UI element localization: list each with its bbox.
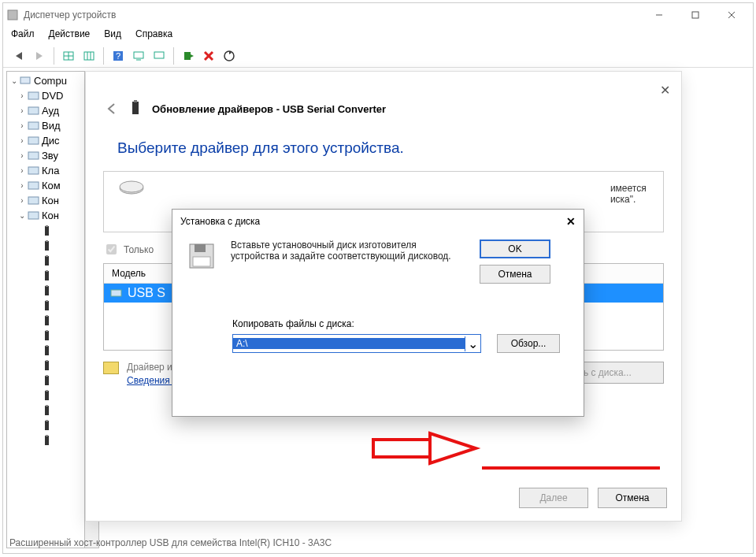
pc-icon [28, 180, 42, 191]
usb-icon [42, 360, 56, 371]
svg-rect-32 [28, 197, 39, 204]
tree-item[interactable]: ›Ауд [7, 103, 84, 118]
collapse-icon[interactable]: ⌄ [9, 76, 20, 85]
expand-icon[interactable]: › [17, 151, 28, 160]
collapse-icon[interactable]: ⌄ [17, 211, 28, 220]
menubar: Файл Действие Вид Справка [3, 27, 753, 44]
wizard-close-button[interactable]: ✕ [660, 83, 670, 98]
ok-button[interactable]: OK [480, 240, 550, 258]
modal-text: Вставьте установочный диск изготовителя … [231, 240, 467, 262]
expand-icon[interactable]: › [17, 196, 28, 205]
tree-item[interactable]: ›Кон [7, 193, 84, 208]
monitor-icon[interactable] [129, 46, 148, 65]
grid-icon[interactable] [59, 46, 78, 65]
tree-item[interactable]: ⌄Кон [7, 208, 84, 223]
svg-marker-5 [16, 52, 22, 60]
certificate-icon [103, 362, 119, 374]
install-icon[interactable] [179, 46, 198, 65]
tree-leaf[interactable] [7, 433, 84, 447]
svg-rect-25 [28, 92, 39, 99]
tree-root-label: Compu [34, 75, 67, 87]
svg-rect-29 [28, 152, 39, 159]
svg-text:?: ? [116, 51, 120, 61]
tree-leaf[interactable] [7, 298, 84, 313]
tree-leaf[interactable] [7, 418, 84, 433]
tree-leaf[interactable] [7, 283, 84, 298]
svg-rect-71 [193, 257, 210, 266]
expand-icon[interactable]: › [17, 106, 28, 115]
usb-icon [42, 420, 56, 431]
svg-marker-19 [191, 54, 194, 58]
tree-leaf[interactable] [7, 268, 84, 283]
tree-item[interactable]: ›Дис [7, 133, 84, 148]
tree-item[interactable]: ›DVD [7, 88, 84, 103]
menu-help[interactable]: Справка [135, 28, 172, 43]
svg-rect-24 [20, 77, 30, 84]
expand-icon[interactable]: › [17, 136, 28, 145]
tree-item[interactable]: ›Ком [7, 178, 84, 193]
svg-rect-56 [45, 391, 49, 400]
tree-leaf[interactable] [7, 328, 84, 343]
svg-rect-51 [46, 345, 48, 347]
help-icon[interactable]: ? [109, 46, 128, 65]
monitor2-icon[interactable] [150, 46, 169, 65]
computer-icon [20, 76, 34, 87]
expand-icon[interactable]: › [17, 166, 28, 175]
forward-button[interactable] [30, 46, 49, 65]
svg-rect-62 [45, 436, 49, 445]
display-icon [28, 121, 42, 132]
maximize-button[interactable] [677, 3, 713, 27]
menu-action[interactable]: Действие [49, 28, 91, 43]
tree-leaf[interactable] [7, 388, 84, 403]
tree-leaf[interactable] [7, 313, 84, 328]
tree-item[interactable]: ›Вид [7, 118, 84, 133]
compatible-only-checkbox[interactable] [106, 244, 117, 254]
tree-leaf[interactable] [7, 253, 84, 268]
menu-file[interactable]: Файл [11, 28, 35, 43]
svg-rect-0 [8, 10, 17, 20]
expand-icon[interactable]: › [17, 121, 28, 130]
modal-close-button[interactable]: ✕ [566, 215, 576, 228]
cancel-button[interactable]: Отмена [598, 488, 667, 508]
delete-icon[interactable] [199, 46, 218, 65]
back-arrow-icon[interactable] [105, 102, 119, 116]
checkbox-label: Только [124, 244, 154, 255]
window-title: Диспетчер устройств [24, 9, 116, 20]
svg-rect-68 [111, 290, 121, 296]
close-button[interactable] [713, 3, 750, 27]
tree-leaf[interactable] [7, 373, 84, 388]
menu-view[interactable]: Вид [104, 28, 121, 43]
tree-item-label: Дис [42, 135, 60, 147]
grid2-icon[interactable] [80, 46, 98, 65]
dropdown-icon[interactable]: ⌄ [465, 336, 480, 351]
next-button[interactable]: Далее [519, 488, 588, 508]
expand-icon[interactable]: › [17, 91, 28, 100]
usb-icon [42, 225, 56, 236]
tree-leaf[interactable] [7, 343, 84, 358]
browse-button[interactable]: Обзор... [497, 334, 560, 353]
svg-rect-2 [692, 12, 699, 18]
svg-rect-70 [195, 244, 206, 252]
tree-leaf[interactable] [7, 403, 84, 418]
modal-title: Установка с диска [180, 216, 260, 227]
svg-rect-59 [46, 405, 48, 407]
minimize-button[interactable] [641, 3, 677, 27]
modal-cancel-button[interactable]: Отмена [480, 265, 550, 284]
svg-rect-10 [84, 52, 94, 60]
tree-item[interactable]: ›Зву [7, 148, 84, 163]
svg-rect-30 [28, 167, 39, 174]
usb-icon [42, 375, 56, 386]
tree-item[interactable]: ›Кла [7, 163, 84, 178]
device-tree[interactable]: ⌄ Compu ›DVD›Ауд›Вид›Дис›Зву›Кла›Ком›Кон… [6, 71, 85, 548]
tree-leaf[interactable] [7, 238, 84, 253]
tree-leaf[interactable] [7, 358, 84, 373]
usb-icon [28, 210, 42, 221]
svg-rect-45 [46, 300, 48, 302]
back-button[interactable] [9, 46, 28, 65]
refresh-icon[interactable] [220, 46, 239, 65]
expand-icon[interactable]: › [17, 181, 28, 190]
path-combobox[interactable]: A:\ ⌄ [232, 334, 481, 353]
tree-leaf[interactable] [7, 223, 84, 238]
svg-rect-36 [45, 241, 49, 251]
tree-root[interactable]: ⌄ Compu [7, 73, 84, 88]
